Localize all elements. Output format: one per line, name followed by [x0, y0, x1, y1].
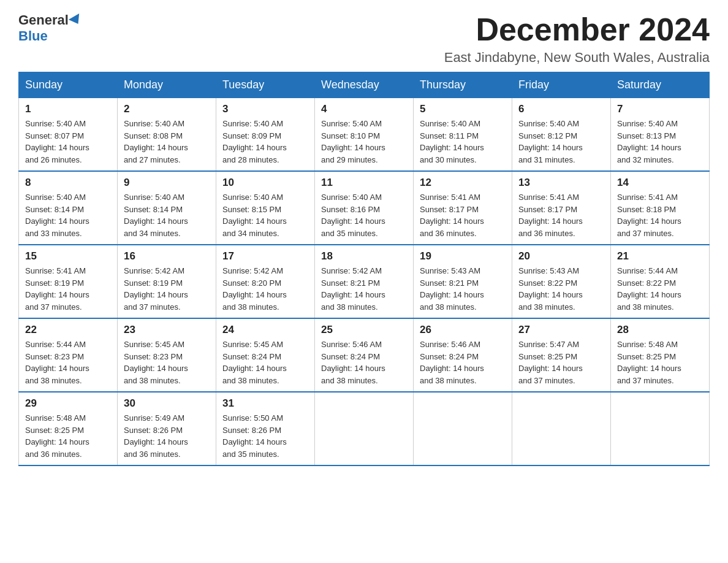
day-number: 24: [222, 324, 308, 336]
calendar-day-cell: 24 Sunrise: 5:45 AM Sunset: 8:24 PM Dayl…: [216, 318, 315, 392]
calendar-table: SundayMondayTuesdayWednesdayThursdayFrid…: [18, 72, 710, 466]
calendar-header-cell: Thursday: [414, 72, 512, 98]
calendar-day-cell: 8 Sunrise: 5:40 AM Sunset: 8:14 PM Dayli…: [19, 171, 118, 245]
calendar-day-cell: [315, 392, 414, 465]
calendar-day-cell: 23 Sunrise: 5:45 AM Sunset: 8:23 PM Dayl…: [118, 318, 216, 392]
day-info: Sunrise: 5:40 AM Sunset: 8:13 PM Dayligh…: [617, 118, 703, 166]
calendar-week-row: 8 Sunrise: 5:40 AM Sunset: 8:14 PM Dayli…: [19, 171, 710, 245]
calendar-header-cell: Monday: [118, 72, 216, 98]
title-area: December 2024 East Jindabyne, New South …: [444, 12, 710, 66]
day-info: Sunrise: 5:49 AM Sunset: 8:26 PM Dayligh…: [124, 412, 210, 460]
day-number: 7: [617, 103, 703, 115]
calendar-header-row: SundayMondayTuesdayWednesdayThursdayFrid…: [19, 72, 710, 98]
calendar-header: SundayMondayTuesdayWednesdayThursdayFrid…: [19, 72, 710, 98]
day-number: 23: [124, 324, 210, 336]
day-info: Sunrise: 5:40 AM Sunset: 8:07 PM Dayligh…: [25, 118, 111, 166]
day-number: 11: [321, 177, 407, 189]
calendar-day-cell: 6 Sunrise: 5:40 AM Sunset: 8:12 PM Dayli…: [512, 98, 611, 172]
calendar-day-cell: 28 Sunrise: 5:48 AM Sunset: 8:25 PM Dayl…: [611, 318, 710, 392]
calendar-day-cell: 11 Sunrise: 5:40 AM Sunset: 8:16 PM Dayl…: [315, 171, 414, 245]
day-info: Sunrise: 5:40 AM Sunset: 8:16 PM Dayligh…: [321, 191, 407, 239]
day-number: 3: [222, 103, 308, 115]
day-info: Sunrise: 5:42 AM Sunset: 8:20 PM Dayligh…: [222, 265, 308, 313]
day-number: 4: [321, 103, 407, 115]
day-info: Sunrise: 5:41 AM Sunset: 8:17 PM Dayligh…: [518, 191, 604, 239]
day-info: Sunrise: 5:47 AM Sunset: 8:25 PM Dayligh…: [518, 339, 604, 386]
day-number: 13: [518, 177, 604, 189]
day-info: Sunrise: 5:40 AM Sunset: 8:11 PM Dayligh…: [420, 118, 506, 166]
day-info: Sunrise: 5:46 AM Sunset: 8:24 PM Dayligh…: [321, 339, 407, 386]
day-number: 8: [25, 177, 111, 189]
day-info: Sunrise: 5:48 AM Sunset: 8:25 PM Dayligh…: [617, 339, 703, 386]
calendar-header-cell: Saturday: [611, 72, 710, 98]
day-number: 14: [617, 177, 703, 189]
calendar-day-cell: 9 Sunrise: 5:40 AM Sunset: 8:14 PM Dayli…: [118, 171, 216, 245]
day-number: 20: [518, 250, 604, 262]
calendar-day-cell: [512, 392, 611, 465]
calendar-day-cell: 20 Sunrise: 5:43 AM Sunset: 8:22 PM Dayl…: [512, 245, 611, 318]
day-number: 18: [321, 250, 407, 262]
day-number: 30: [124, 397, 210, 410]
location-title: East Jindabyne, New South Wales, Austral…: [444, 50, 710, 66]
logo: General Blue: [18, 12, 83, 44]
month-title: December 2024: [444, 12, 710, 47]
day-number: 29: [25, 397, 111, 410]
calendar-day-cell: 26 Sunrise: 5:46 AM Sunset: 8:24 PM Dayl…: [414, 318, 512, 392]
logo-arrow-icon: [69, 13, 83, 27]
day-number: 28: [617, 324, 703, 336]
day-info: Sunrise: 5:40 AM Sunset: 8:15 PM Dayligh…: [222, 191, 308, 239]
day-number: 17: [222, 250, 308, 262]
calendar-day-cell: 14 Sunrise: 5:41 AM Sunset: 8:18 PM Dayl…: [611, 171, 710, 245]
day-info: Sunrise: 5:40 AM Sunset: 8:09 PM Dayligh…: [222, 118, 308, 166]
day-number: 26: [420, 324, 506, 336]
day-info: Sunrise: 5:44 AM Sunset: 8:23 PM Dayligh…: [25, 339, 111, 386]
calendar-day-cell: 29 Sunrise: 5:48 AM Sunset: 8:25 PM Dayl…: [19, 392, 118, 465]
calendar-day-cell: 21 Sunrise: 5:44 AM Sunset: 8:22 PM Dayl…: [611, 245, 710, 318]
day-info: Sunrise: 5:48 AM Sunset: 8:25 PM Dayligh…: [25, 412, 111, 460]
calendar-day-cell: 16 Sunrise: 5:42 AM Sunset: 8:19 PM Dayl…: [118, 245, 216, 318]
day-info: Sunrise: 5:41 AM Sunset: 8:19 PM Dayligh…: [25, 265, 111, 313]
day-number: 22: [25, 324, 111, 336]
calendar-day-cell: 4 Sunrise: 5:40 AM Sunset: 8:10 PM Dayli…: [315, 98, 414, 172]
day-info: Sunrise: 5:44 AM Sunset: 8:22 PM Dayligh…: [617, 265, 703, 313]
calendar-day-cell: 17 Sunrise: 5:42 AM Sunset: 8:20 PM Dayl…: [216, 245, 315, 318]
calendar-header-cell: Sunday: [19, 72, 118, 98]
day-number: 10: [222, 177, 308, 189]
calendar-day-cell: 12 Sunrise: 5:41 AM Sunset: 8:17 PM Dayl…: [414, 171, 512, 245]
logo-blue-text: Blue: [18, 28, 48, 44]
calendar-day-cell: 15 Sunrise: 5:41 AM Sunset: 8:19 PM Dayl…: [19, 245, 118, 318]
day-number: 15: [25, 250, 111, 262]
day-info: Sunrise: 5:43 AM Sunset: 8:21 PM Dayligh…: [420, 265, 506, 313]
calendar-header-cell: Tuesday: [216, 72, 315, 98]
day-info: Sunrise: 5:40 AM Sunset: 8:12 PM Dayligh…: [518, 118, 604, 166]
day-info: Sunrise: 5:41 AM Sunset: 8:18 PM Dayligh…: [617, 191, 703, 239]
day-number: 2: [124, 103, 210, 115]
day-info: Sunrise: 5:40 AM Sunset: 8:14 PM Dayligh…: [124, 191, 210, 239]
calendar-day-cell: [414, 392, 512, 465]
calendar-day-cell: 27 Sunrise: 5:47 AM Sunset: 8:25 PM Dayl…: [512, 318, 611, 392]
calendar-day-cell: 10 Sunrise: 5:40 AM Sunset: 8:15 PM Dayl…: [216, 171, 315, 245]
day-info: Sunrise: 5:42 AM Sunset: 8:21 PM Dayligh…: [321, 265, 407, 313]
day-number: 9: [124, 177, 210, 189]
calendar-week-row: 15 Sunrise: 5:41 AM Sunset: 8:19 PM Dayl…: [19, 245, 710, 318]
calendar-day-cell: 13 Sunrise: 5:41 AM Sunset: 8:17 PM Dayl…: [512, 171, 611, 245]
day-number: 16: [124, 250, 210, 262]
day-info: Sunrise: 5:45 AM Sunset: 8:23 PM Dayligh…: [124, 339, 210, 386]
day-number: 25: [321, 324, 407, 336]
day-info: Sunrise: 5:40 AM Sunset: 8:14 PM Dayligh…: [25, 191, 111, 239]
day-info: Sunrise: 5:40 AM Sunset: 8:08 PM Dayligh…: [124, 118, 210, 166]
calendar-day-cell: 2 Sunrise: 5:40 AM Sunset: 8:08 PM Dayli…: [118, 98, 216, 172]
logo-general-text: General: [18, 12, 69, 28]
day-number: 21: [617, 250, 703, 262]
calendar-day-cell: 7 Sunrise: 5:40 AM Sunset: 8:13 PM Dayli…: [611, 98, 710, 172]
calendar-day-cell: 3 Sunrise: 5:40 AM Sunset: 8:09 PM Dayli…: [216, 98, 315, 172]
day-number: 12: [420, 177, 506, 189]
day-info: Sunrise: 5:46 AM Sunset: 8:24 PM Dayligh…: [420, 339, 506, 386]
day-info: Sunrise: 5:42 AM Sunset: 8:19 PM Dayligh…: [124, 265, 210, 313]
calendar-day-cell: 22 Sunrise: 5:44 AM Sunset: 8:23 PM Dayl…: [19, 318, 118, 392]
day-info: Sunrise: 5:41 AM Sunset: 8:17 PM Dayligh…: [420, 191, 506, 239]
calendar-week-row: 22 Sunrise: 5:44 AM Sunset: 8:23 PM Dayl…: [19, 318, 710, 392]
calendar-day-cell: 5 Sunrise: 5:40 AM Sunset: 8:11 PM Dayli…: [414, 98, 512, 172]
calendar-day-cell: 1 Sunrise: 5:40 AM Sunset: 8:07 PM Dayli…: [19, 98, 118, 172]
calendar-day-cell: [611, 392, 710, 465]
